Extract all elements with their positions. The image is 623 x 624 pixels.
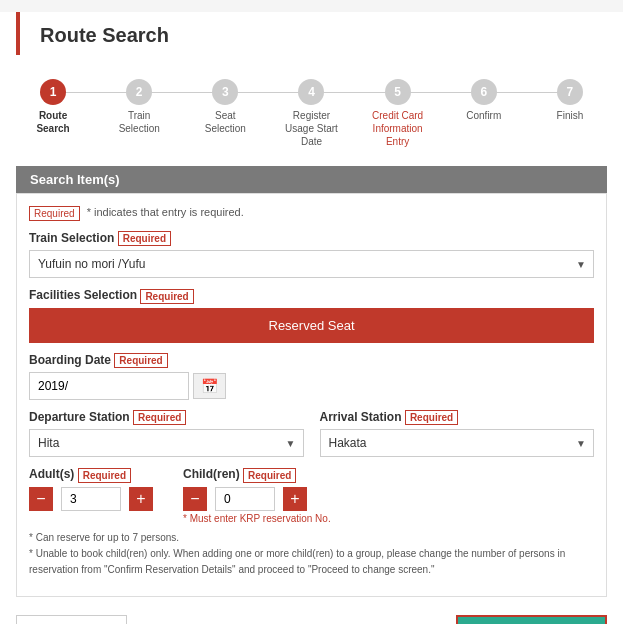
children-decrement-button[interactable]: − — [183, 487, 207, 511]
arrival-station-select[interactable]: Hakata — [320, 429, 595, 457]
departure-station-field: Departure Station Required Hita ▼ — [29, 410, 304, 457]
departure-station-label: Departure Station Required — [29, 410, 304, 425]
calendar-icon: 📅 — [201, 378, 218, 394]
step-label-3: Seat Selection — [195, 109, 255, 135]
required-note-text: * indicates that entry is required. — [87, 206, 244, 218]
adults-field: Adult(s) Required − + — [29, 467, 153, 523]
step-1: 1 Route Search — [10, 79, 96, 135]
section-header: Search Item(s) — [16, 166, 607, 193]
arrival-station-field: Arrival Station Required Hakata ▼ — [320, 410, 595, 457]
children-increment-button[interactable]: + — [283, 487, 307, 511]
back-button[interactable]: Back — [16, 615, 127, 624]
step-label-4: Register Usage Start Date — [281, 109, 341, 148]
boarding-date-label: Boarding Date Required — [29, 353, 594, 368]
step-circle-7: 7 — [557, 79, 583, 105]
action-row: Back Search — [0, 605, 623, 624]
step-4: 4 Register Usage Start Date — [268, 79, 354, 148]
train-selection-select[interactable]: Yufuin no mori /Yufu — [29, 250, 594, 278]
step-label-5: Credit Card Information Entry — [368, 109, 428, 148]
children-input[interactable] — [215, 487, 275, 511]
station-row: Departure Station Required Hita ▼ Arriva… — [29, 410, 594, 467]
step-label-7: Finish — [557, 109, 584, 122]
adults-children-row: Adult(s) Required − + Child(ren) Require… — [29, 467, 594, 523]
step-6: 6 Confirm — [441, 79, 527, 122]
boarding-date-field: Boarding Date Required 📅 — [29, 353, 594, 400]
train-select-wrapper: Yufuin no mori /Yufu ▼ — [29, 250, 594, 278]
step-label-2: Train Selection — [109, 109, 169, 135]
note-1: * Can reserve for up to 7 persons. — [29, 530, 594, 546]
adults-label: Adult(s) Required — [29, 467, 153, 482]
adults-input[interactable] — [61, 487, 121, 511]
facilities-selection-label: Facilities Selection Required — [29, 288, 594, 303]
children-field: Child(ren) Required − + * Must enter KRP… — [183, 467, 331, 523]
step-7: 7 Finish — [527, 79, 613, 122]
notes-section: * Can reserve for up to 7 persons. * Una… — [29, 530, 594, 578]
step-label-1: Route Search — [23, 109, 83, 135]
page-container: Route Search 1 Route Search 2 Train Sele… — [0, 12, 623, 624]
page-header: Route Search — [16, 12, 607, 55]
step-5: 5 Credit Card Information Entry — [355, 79, 441, 148]
step-circle-2: 2 — [126, 79, 152, 105]
train-required-badge: Required — [118, 231, 171, 246]
step-2: 2 Train Selection — [96, 79, 182, 135]
adults-increment-button[interactable]: + — [129, 487, 153, 511]
departure-required-badge: Required — [133, 410, 186, 425]
arrival-select-wrapper: Hakata ▼ — [320, 429, 595, 457]
boarding-required-badge: Required — [114, 353, 167, 368]
section-title: Search Item(s) — [30, 172, 120, 187]
children-required-badge: Required — [243, 468, 296, 483]
step-circle-1: 1 — [40, 79, 66, 105]
departure-station-select[interactable]: Hita — [29, 429, 304, 457]
adults-decrement-button[interactable]: − — [29, 487, 53, 511]
step-circle-3: 3 — [212, 79, 238, 105]
form-area: Required * indicates that entry is requi… — [16, 193, 607, 597]
arrival-station-label: Arrival Station Required — [320, 410, 595, 425]
facilities-required-badge: Required — [140, 289, 193, 304]
step-circle-5: 5 — [385, 79, 411, 105]
facilities-selection-field: Facilities Selection Required Reserved S… — [29, 288, 594, 342]
boarding-date-input[interactable] — [29, 372, 189, 400]
search-button[interactable]: Search — [456, 615, 607, 624]
arrival-required-badge: Required — [405, 410, 458, 425]
step-circle-4: 4 — [298, 79, 324, 105]
reserved-seat-button[interactable]: Reserved Seat — [29, 308, 594, 343]
page-title: Route Search — [40, 24, 587, 47]
train-selection-label: Train Selection Required — [29, 231, 594, 246]
adults-counter: − + — [29, 487, 153, 511]
children-counter: − + — [183, 487, 331, 511]
train-selection-field: Train Selection Required Yufuin no mori … — [29, 231, 594, 278]
step-label-6: Confirm — [466, 109, 501, 122]
date-wrapper: 📅 — [29, 372, 594, 400]
children-note: * Must enter KRP reservation No. — [183, 513, 331, 524]
step-circle-6: 6 — [471, 79, 497, 105]
required-badge: Required — [29, 206, 80, 221]
adults-required-badge: Required — [78, 468, 131, 483]
children-label: Child(ren) Required — [183, 467, 331, 482]
stepper: 1 Route Search 2 Train Selection 3 Seat … — [0, 63, 623, 158]
step-3: 3 Seat Selection — [182, 79, 268, 135]
note-2: * Unable to book child(ren) only. When a… — [29, 546, 594, 578]
calendar-button[interactable]: 📅 — [193, 373, 226, 399]
required-note: Required * indicates that entry is requi… — [29, 206, 594, 221]
departure-select-wrapper: Hita ▼ — [29, 429, 304, 457]
